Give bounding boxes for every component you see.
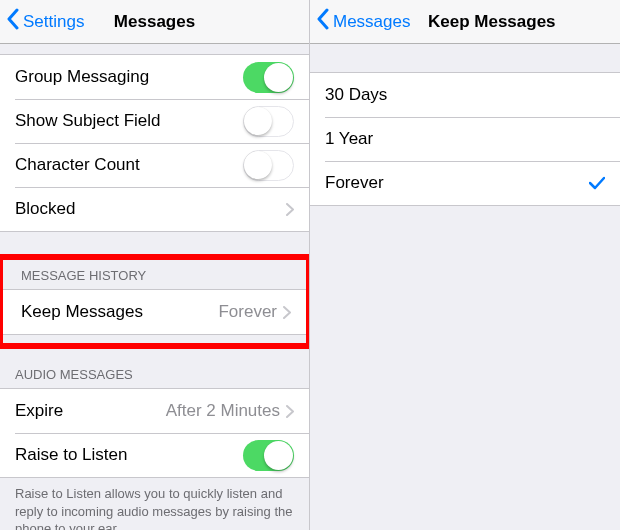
- row-raise-to-listen[interactable]: Raise to Listen: [0, 433, 309, 477]
- row-show-subject[interactable]: Show Subject Field: [0, 99, 309, 143]
- section-header-audio: AUDIO MESSAGES: [0, 349, 309, 388]
- option-1-year[interactable]: 1 Year: [310, 117, 620, 161]
- keep-messages-pane: Messages Keep Messages 30 Days 1 Year Fo…: [310, 0, 620, 530]
- toggle-show-subject[interactable]: [243, 106, 294, 137]
- back-button-messages[interactable]: Messages: [310, 8, 410, 35]
- navbar-right: Messages Keep Messages: [310, 0, 620, 44]
- row-label: Group Messaging: [15, 67, 243, 87]
- row-label: Character Count: [15, 155, 243, 175]
- navbar-left: Settings Messages: [0, 0, 309, 44]
- back-label: Settings: [23, 12, 84, 32]
- chevron-right-icon: [286, 203, 294, 216]
- row-group-messaging[interactable]: Group Messaging: [0, 55, 309, 99]
- messages-settings-pane: Settings Messages Group Messaging Show S…: [0, 0, 310, 530]
- option-label: 30 Days: [325, 85, 605, 105]
- row-keep-messages[interactable]: Keep Messages Forever: [3, 290, 306, 334]
- row-label: Expire: [15, 401, 166, 421]
- option-30-days[interactable]: 30 Days: [310, 73, 620, 117]
- settings-group-audio: Expire After 2 Minutes Raise to Listen: [0, 388, 309, 478]
- row-detail-value: Forever: [218, 302, 283, 322]
- option-label: Forever: [325, 173, 589, 193]
- toggle-group-messaging[interactable]: [243, 62, 294, 93]
- toggle-raise-to-listen[interactable]: [243, 440, 294, 471]
- keep-options-group: 30 Days 1 Year Forever: [310, 72, 620, 206]
- row-label: Raise to Listen: [15, 445, 243, 465]
- option-label: 1 Year: [325, 129, 605, 149]
- section-footer-audio: Raise to Listen allows you to quickly li…: [0, 478, 309, 530]
- chevron-left-icon: [316, 8, 329, 35]
- back-button-settings[interactable]: Settings: [0, 8, 84, 35]
- row-blocked[interactable]: Blocked: [0, 187, 309, 231]
- settings-group-history: Keep Messages Forever: [3, 289, 306, 335]
- chevron-left-icon: [6, 8, 19, 35]
- toggle-character-count[interactable]: [243, 150, 294, 181]
- row-expire[interactable]: Expire After 2 Minutes: [0, 389, 309, 433]
- back-label: Messages: [333, 12, 410, 32]
- row-label: Show Subject Field: [15, 111, 243, 131]
- chevron-right-icon: [283, 306, 291, 319]
- row-label: Keep Messages: [21, 302, 218, 322]
- option-forever[interactable]: Forever: [310, 161, 620, 205]
- row-detail-value: After 2 Minutes: [166, 401, 286, 421]
- section-header-history: MESSAGE HISTORY: [3, 260, 306, 289]
- row-label: Blocked: [15, 199, 286, 219]
- checkmark-icon: [589, 176, 605, 190]
- message-history-highlight: MESSAGE HISTORY Keep Messages Forever: [0, 254, 310, 349]
- settings-group-main: Group Messaging Show Subject Field Chara…: [0, 54, 309, 232]
- chevron-right-icon: [286, 405, 294, 418]
- row-character-count[interactable]: Character Count: [0, 143, 309, 187]
